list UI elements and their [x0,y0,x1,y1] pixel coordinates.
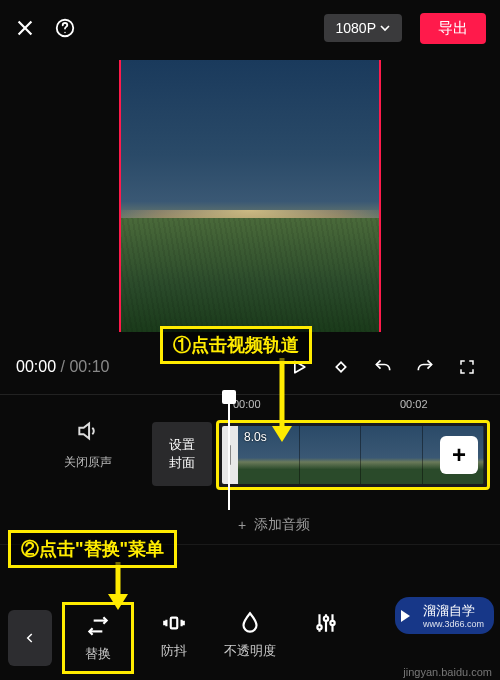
svg-point-8 [317,625,321,629]
svg-point-10 [330,621,334,625]
mute-original-audio[interactable]: 关闭原声 [48,418,128,471]
ruler-tick: 00:00 [233,398,261,410]
tool-label: 不透明度 [224,642,276,660]
mute-label: 关闭原声 [48,454,128,471]
annotation-arrow-2 [106,562,130,612]
watermark-source: jingyan.baidu.com [403,666,492,678]
undo-button[interactable] [366,350,400,384]
clip-trim-handle-left[interactable] [222,426,238,484]
back-button[interactable] [8,610,52,666]
svg-point-9 [324,617,328,621]
close-button[interactable] [14,17,36,39]
ruler-tick: 00:02 [400,398,428,410]
watermark-brand: 溜溜自学 www.3d66.com [395,597,494,634]
resolution-label: 1080P [336,20,376,36]
speaker-icon [75,418,101,444]
tool-label: 防抖 [161,642,187,660]
video-preview-area [0,56,500,338]
chevron-down-icon [380,23,390,33]
svg-marker-3 [272,426,292,442]
stabilize-icon [161,610,187,636]
video-clip[interactable]: 8.0s + [216,420,490,490]
svg-rect-6 [336,362,345,371]
annotation-arrow-1 [270,358,294,444]
add-clip-button[interactable]: + [440,436,478,474]
svg-marker-5 [108,594,128,610]
replace-icon [85,613,111,639]
resolution-selector[interactable]: 1080P [324,14,402,42]
tool-more[interactable] [290,602,362,674]
timecode: 00:00 / 00:10 [16,358,109,376]
annotation-step2: ②点击"替换"菜单 [8,530,177,568]
timeline-tracks: 关闭原声 设置 封面 8.0s + [0,418,500,508]
video-preview[interactable] [119,60,381,332]
export-button[interactable]: 导出 [420,13,486,44]
redo-button[interactable] [408,350,442,384]
adjust-icon [313,610,339,636]
svg-point-1 [64,32,65,33]
tool-stabilize[interactable]: 防抖 [138,602,210,674]
help-button[interactable] [54,17,76,39]
opacity-icon [237,610,263,636]
add-audio-label: 添加音频 [254,516,310,534]
set-cover-button[interactable]: 设置 封面 [152,422,212,486]
fullscreen-button[interactable] [450,350,484,384]
time-total: 00:10 [69,358,109,375]
annotation-step1: ①点击视频轨道 [160,326,312,364]
tool-replace[interactable]: 替换 [62,602,134,674]
clip-duration: 8.0s [244,430,267,444]
svg-rect-7 [171,618,178,629]
timeline-ruler[interactable]: 00:00 00:02 [0,394,500,418]
tool-label: 替换 [85,645,111,663]
plus-icon: + [238,517,246,533]
keyframe-button[interactable] [324,350,358,384]
time-current: 00:00 [16,358,56,375]
playhead[interactable] [228,392,230,510]
tool-opacity[interactable]: 不透明度 [214,602,286,674]
